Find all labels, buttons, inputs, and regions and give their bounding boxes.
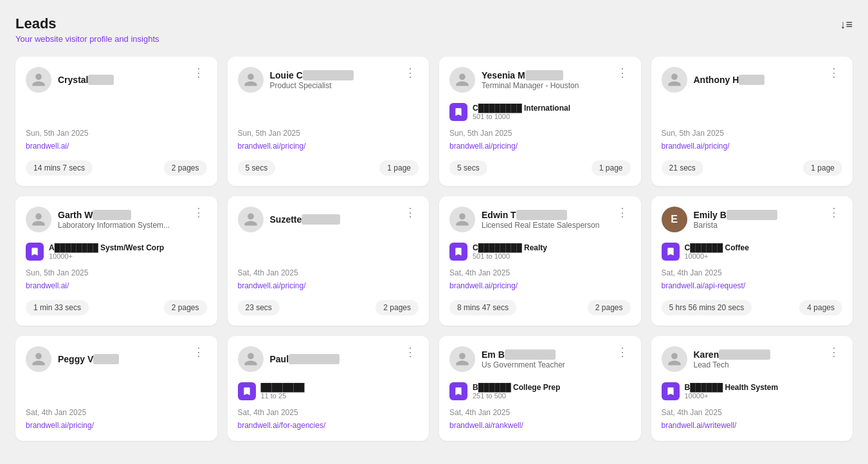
company-text: B██████ College Prep 251 to 500 xyxy=(473,383,560,400)
sort-button[interactable]: ↓≡ xyxy=(840,18,853,32)
visit-url[interactable]: brandwell.ai/ xyxy=(26,142,69,151)
company-row: C████████ International 501 to 1000 xyxy=(449,103,631,121)
lead-name: Anthony H ████ xyxy=(694,75,764,85)
pages-badge: 2 pages xyxy=(164,300,207,315)
visit-url[interactable]: brandwell.ai/pricing/ xyxy=(26,421,94,430)
card-louie[interactable]: Louie C ████████ Product Specialist ⋮ Su… xyxy=(228,57,429,186)
identity-text: Peggy V ████ xyxy=(58,354,119,364)
more-button[interactable]: ⋮ xyxy=(190,67,207,79)
card-identity: Crystal ████ xyxy=(26,67,190,93)
subtitle-link[interactable]: and insights xyxy=(114,34,159,44)
date-section: Sat, 4th Jan 2025 brandwell.ai/pricing/ xyxy=(449,268,631,291)
more-button[interactable]: ⋮ xyxy=(614,67,631,79)
no-company xyxy=(26,377,207,400)
visit-url[interactable]: brandwell.ai/pricing/ xyxy=(449,281,518,290)
name-blur: ██████ xyxy=(302,214,340,225)
visit-date: Sun, 5th Jan 2025 xyxy=(26,129,207,138)
company-icon xyxy=(449,382,467,400)
more-button[interactable]: ⋮ xyxy=(402,207,419,218)
visit-url[interactable]: brandwell.ai/ xyxy=(26,281,69,290)
card-footer: 5 secs 1 page xyxy=(449,160,631,176)
avatar xyxy=(26,67,51,93)
date-section: Sat, 4th Jan 2025 brandwell.ai/rankwell/ xyxy=(449,408,631,431)
visit-url[interactable]: brandwell.ai/pricing/ xyxy=(449,142,518,151)
visit-url[interactable]: brandwell.ai/writewell/ xyxy=(662,421,737,430)
card-suzette[interactable]: Suzette ██████ ⋮ Sat, 4th Jan 2025 brand… xyxy=(228,196,429,326)
more-button[interactable]: ⋮ xyxy=(190,346,207,358)
lead-name: Emily B ████████ xyxy=(694,210,778,220)
card-header: Louie C ████████ Product Specialist ⋮ xyxy=(238,67,419,93)
name-blur: ██████ xyxy=(525,70,564,80)
visit-url[interactable]: brandwell.ai/api-request/ xyxy=(662,281,746,290)
date-section: Sun, 5th Jan 2025 brandwell.ai/ xyxy=(26,268,207,291)
card-edwin[interactable]: Edwin T ████████ Licensed Real Estate Sa… xyxy=(439,196,641,326)
visit-url[interactable]: brandwell.ai/rankwell/ xyxy=(449,421,523,430)
card-header: Edwin T ████████ Licensed Real Estate Sa… xyxy=(449,207,631,232)
visit-date: Sat, 4th Jan 2025 xyxy=(449,408,631,417)
card-emily[interactable]: E Emily B ████████ Barista ⋮ C██████ Cof… xyxy=(651,196,853,326)
lead-name: Edwin T ████████ xyxy=(482,210,599,220)
more-button[interactable]: ⋮ xyxy=(826,346,842,358)
date-section: Sat, 4th Jan 2025 brandwell.ai/pricing/ xyxy=(238,268,419,291)
identity-text: Suzette ██████ xyxy=(270,214,340,225)
card-em[interactable]: Em B ████████ Us Government Teacher ⋮ B█… xyxy=(439,336,641,441)
pages-badge: 2 pages xyxy=(164,160,207,176)
card-header: Anthony H ████ ⋮ xyxy=(662,67,843,93)
avatar xyxy=(449,207,475,232)
card-karen[interactable]: Karen ████████ Lead Tech ⋮ B██████ Healt… xyxy=(651,336,853,441)
more-button[interactable]: ⋮ xyxy=(190,207,207,218)
avatar xyxy=(26,207,51,232)
card-header: Yesenia M ██████ Terminal Manager - Hous… xyxy=(449,67,631,93)
date-section: Sat, 4th Jan 2025 brandwell.ai/api-reque… xyxy=(662,268,843,291)
visit-url[interactable]: brandwell.ai/pricing/ xyxy=(238,142,306,151)
card-header: Karen ████████ Lead Tech ⋮ xyxy=(662,346,843,372)
company-text: ████████ 11 to 25 xyxy=(261,383,305,400)
card-anthony[interactable]: Anthony H ████ ⋮ Sun, 5th Jan 2025 brand… xyxy=(651,57,853,186)
time-badge: 8 mins 47 secs xyxy=(449,300,516,315)
card-crystal[interactable]: Crystal ████ ⋮ Sun, 5th Jan 2025 brandwe… xyxy=(15,57,217,186)
company-name: B██████ Health System xyxy=(685,383,779,392)
lead-name: Yesenia M ██████ xyxy=(482,70,579,80)
page-subtitle: Your website visitor profile and insight… xyxy=(15,34,159,44)
company-name: B██████ College Prep xyxy=(473,383,560,392)
company-name: A████████ Systm/West Corp xyxy=(49,243,164,252)
identity-text: Louie C ████████ Product Specialist xyxy=(270,70,354,90)
card-header: Peggy V ████ ⋮ xyxy=(26,346,207,372)
more-button[interactable]: ⋮ xyxy=(614,346,631,358)
card-paul[interactable]: Paul ████████ ⋮ ████████ 11 to 25 Sat, 4… xyxy=(228,336,429,441)
date-section: Sun, 5th Jan 2025 brandwell.ai/pricing/ xyxy=(449,129,631,151)
card-footer: 21 secs 1 page xyxy=(662,160,843,176)
identity-text: Em B ████████ Us Government Teacher xyxy=(482,349,565,369)
card-garth[interactable]: Garth W ██████ Laboratory Information Sy… xyxy=(15,196,217,326)
name-blur: ████████ xyxy=(516,210,567,220)
company-size: 251 to 500 xyxy=(473,392,560,400)
visit-url[interactable]: brandwell.ai/pricing/ xyxy=(238,281,306,290)
card-yesenia[interactable]: Yesenia M ██████ Terminal Manager - Hous… xyxy=(439,57,641,186)
identity-text: Karen ████████ Lead Tech xyxy=(694,349,770,369)
lead-role: Product Specialist xyxy=(270,81,354,90)
identity-text: Paul ████████ xyxy=(270,354,340,364)
company-text: C████████ International 501 to 1000 xyxy=(473,104,570,120)
more-button[interactable]: ⋮ xyxy=(826,67,842,79)
more-button[interactable]: ⋮ xyxy=(402,346,419,358)
card-footer: 23 secs 2 pages xyxy=(238,300,419,315)
identity-text: Crystal ████ xyxy=(58,75,114,85)
more-button[interactable]: ⋮ xyxy=(402,67,419,79)
company-icon xyxy=(26,243,44,261)
card-footer: 5 hrs 56 mins 20 secs 4 pages xyxy=(662,300,843,315)
company-row: A████████ Systm/West Corp 10000+ xyxy=(26,243,207,261)
lead-role: Terminal Manager - Houston xyxy=(482,81,579,90)
lead-role: Laboratory Information System... xyxy=(58,221,170,230)
card-peggy[interactable]: Peggy V ████ ⋮ Sat, 4th Jan 2025 brandwe… xyxy=(15,336,217,441)
card-identity: Louie C ████████ Product Specialist xyxy=(238,67,402,93)
name-blur: ██████ xyxy=(93,210,131,220)
more-button[interactable]: ⋮ xyxy=(614,207,631,218)
more-button[interactable]: ⋮ xyxy=(826,207,842,218)
card-header: Em B ████████ Us Government Teacher ⋮ xyxy=(449,346,631,372)
visit-url[interactable]: brandwell.ai/for-agencies/ xyxy=(238,421,326,430)
visit-url[interactable]: brandwell.ai/pricing/ xyxy=(662,142,730,151)
visit-date: Sat, 4th Jan 2025 xyxy=(449,268,631,277)
card-identity: Peggy V ████ xyxy=(26,346,190,372)
card-identity: Karen ████████ Lead Tech xyxy=(662,346,826,372)
name-blur: ████████ xyxy=(289,354,339,364)
